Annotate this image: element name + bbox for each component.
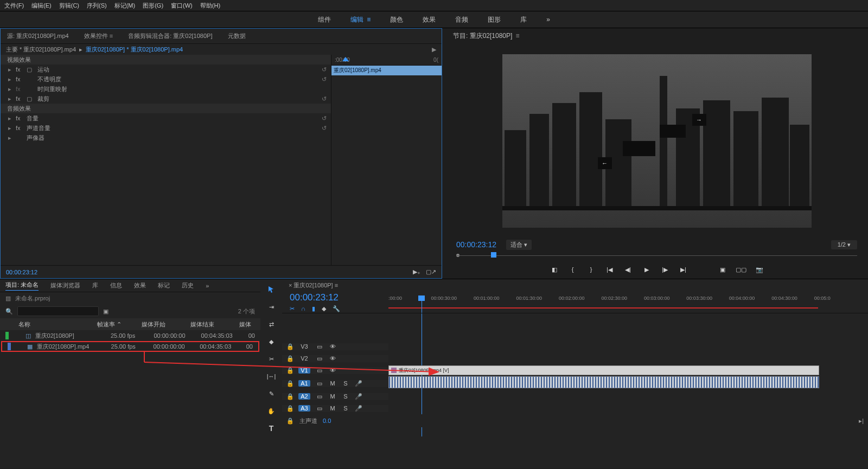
menu-window[interactable]: 窗口(W) xyxy=(171,2,193,10)
voice-over-icon[interactable]: 🎤 xyxy=(355,405,362,412)
tab-project[interactable]: 项目: 未命名 xyxy=(5,281,39,291)
program-timecode[interactable]: 00:00:23:12 xyxy=(456,240,496,249)
toggle-output-icon[interactable]: ▭ xyxy=(316,355,323,362)
settings-icon[interactable]: ◆ xyxy=(322,305,326,312)
workspace-effects[interactable]: 效果 xyxy=(423,15,436,24)
effect-crop[interactable]: ▸fx▢裁剪↺ xyxy=(1,94,331,104)
search-input[interactable] xyxy=(17,306,99,316)
resolution-dropdown[interactable]: 1/2 ▾ xyxy=(831,240,857,249)
marker-icon[interactable]: ▮ xyxy=(312,305,315,312)
rate-stretch-tool-icon[interactable]: ◆ xyxy=(266,337,276,346)
track-a1[interactable]: 🔒A1▭MS🎤 xyxy=(282,376,868,390)
toggle-output-icon[interactable]: ▭ xyxy=(316,343,323,350)
source-timecode[interactable]: 00:00:23:12 xyxy=(6,269,37,275)
tab-audio-mixer[interactable]: 音频剪辑混合器: 重庆02[1080P] xyxy=(128,32,212,40)
workspace-editing[interactable]: 编辑 xyxy=(350,15,371,24)
reset-icon[interactable]: ↺ xyxy=(322,76,327,83)
wrench-icon[interactable]: ▶₊ xyxy=(413,268,420,275)
step-forward-icon[interactable]: |▶ xyxy=(661,265,669,274)
program-tab-label[interactable]: 节目: 重庆02[1080P] xyxy=(453,31,512,41)
toggle-output-icon[interactable]: ▭ xyxy=(316,405,323,412)
workspace-assembly[interactable]: 组件 xyxy=(318,15,331,24)
lock-icon[interactable]: 🔒 xyxy=(286,405,293,412)
mini-timeline[interactable]: :00:00 0( 重庆02[1080P].mp4 xyxy=(331,55,442,265)
ec-path-clip[interactable]: 重庆02[1080P] * 重庆02[1080P].mp4 xyxy=(86,46,183,54)
ripple-edit-tool-icon[interactable]: ⇄ xyxy=(266,319,276,329)
tab-info[interactable]: 信息 xyxy=(110,281,122,290)
project-item-sequence[interactable]: ◫ 重庆02[1080P] 25.00 fps 00:00:00:00 00:0… xyxy=(0,330,260,341)
mark-in-icon[interactable]: ◧ xyxy=(550,265,559,274)
solo-toggle[interactable]: S xyxy=(342,405,349,412)
mute-toggle[interactable]: M xyxy=(329,380,336,387)
toggle-output-icon[interactable]: ▭ xyxy=(316,367,323,374)
lock-icon[interactable]: 🔒 xyxy=(286,380,293,387)
toggle-output-icon[interactable]: ▭ xyxy=(316,393,323,400)
voice-over-icon[interactable]: 🎤 xyxy=(355,393,362,400)
lift-icon[interactable]: ▣ xyxy=(718,265,727,274)
workspace-audio[interactable]: 音频 xyxy=(455,15,468,24)
project-item-clip[interactable]: ▦ 重庆02[1080P].mp4 25.00 fps 00:00:00:00 … xyxy=(1,341,259,352)
go-to-out-icon[interactable]: ▶| xyxy=(679,265,688,274)
mini-play-icon[interactable]: ▶ xyxy=(432,46,436,53)
lock-icon[interactable]: 🔒 xyxy=(286,343,293,350)
selection-tool-icon[interactable] xyxy=(266,285,276,294)
reset-icon[interactable]: ↺ xyxy=(322,125,327,132)
menu-sequence[interactable]: 序列(S) xyxy=(87,2,107,10)
eye-icon[interactable]: 👁 xyxy=(329,355,336,362)
lock-icon[interactable]: 🔒 xyxy=(286,393,293,400)
program-screen[interactable]: → ← xyxy=(502,54,812,228)
effect-volume[interactable]: ▸fx音量↺ xyxy=(1,113,331,123)
step-back-icon[interactable]: ◀| xyxy=(624,265,633,274)
timeline-ruler[interactable]: :00:00 00:00:30:00 00:01:00:00 00:01:30:… xyxy=(388,295,861,309)
add-marker-icon[interactable]: { xyxy=(569,265,577,274)
mute-toggle[interactable]: M xyxy=(329,405,336,412)
col-media-dur[interactable]: 媒体 xyxy=(239,320,251,329)
extract-icon[interactable]: ▢▢ xyxy=(737,265,745,274)
menu-help[interactable]: 帮助(H) xyxy=(200,2,220,10)
timeline-timecode[interactable]: 00:00:23:12 xyxy=(290,292,339,303)
export-frame-icon[interactable]: 📷 xyxy=(755,265,764,274)
menu-marker[interactable]: 标记(M) xyxy=(114,2,136,10)
menu-graphic[interactable]: 图形(G) xyxy=(143,2,163,10)
program-ruler[interactable] xyxy=(450,250,864,260)
track-select-tool-icon[interactable]: ⇥ xyxy=(266,302,276,312)
tab-effects-panel[interactable]: 效果 xyxy=(134,281,146,290)
timeline-tab[interactable]: × 重庆02[1080P] ≡ xyxy=(289,281,338,290)
col-media-end[interactable]: 媒体结束 xyxy=(190,320,237,329)
reset-icon[interactable]: ↺ xyxy=(322,66,327,73)
tab-source[interactable]: 源: 重庆02[1080P].mp4 xyxy=(7,32,69,40)
track-v1[interactable]: 🔒V1▭👁 重庆02[1080P].mp4 [V] xyxy=(282,364,868,376)
workspace-libraries[interactable]: 库 xyxy=(520,15,527,24)
lock-icon[interactable]: 🔒 xyxy=(286,417,294,425)
program-playhead[interactable] xyxy=(491,252,496,258)
go-to-in-icon[interactable]: |◀ xyxy=(605,265,614,274)
linked-selection-icon[interactable]: ∩ xyxy=(301,305,305,312)
lock-icon[interactable]: 🔒 xyxy=(286,367,293,374)
type-tool-icon[interactable]: T xyxy=(266,423,276,433)
hand-tool-icon[interactable]: ✋ xyxy=(266,406,276,416)
workspace-graphics[interactable]: 图形 xyxy=(488,15,501,24)
mute-toggle[interactable]: M xyxy=(329,393,336,400)
audio-clip[interactable] xyxy=(388,376,819,388)
snap-icon[interactable]: ✂ xyxy=(290,305,295,312)
track-a3[interactable]: 🔒A3▭MS🎤 xyxy=(282,402,868,414)
camera-icon[interactable]: ▣ xyxy=(103,308,108,315)
wrench-icon[interactable]: 🔧 xyxy=(333,305,340,312)
razor-tool-icon[interactable]: ✂ xyxy=(266,354,276,364)
fit-dropdown[interactable]: 适合 ▾ xyxy=(506,240,532,250)
col-framerate[interactable]: 帧速率 ⌃ xyxy=(97,320,139,329)
mini-clip[interactable]: 重庆02[1080P].mp4 xyxy=(331,66,442,75)
tabs-overflow[interactable]: » xyxy=(206,282,209,289)
bin-icon[interactable]: ▥ xyxy=(5,295,11,302)
add-marker-out-icon[interactable]: } xyxy=(587,265,596,274)
effect-channel-volume[interactable]: ▸fx声道音量↺ xyxy=(1,123,331,133)
eye-icon[interactable]: 👁 xyxy=(329,343,336,350)
effect-panner[interactable]: ▸声像器 xyxy=(1,133,331,143)
track-v2[interactable]: 🔒V2▭👁 xyxy=(282,352,868,364)
col-media-start[interactable]: 媒体开始 xyxy=(142,320,188,329)
video-clip[interactable]: 重庆02[1080P].mp4 [V] xyxy=(388,365,819,375)
tab-metadata[interactable]: 元数据 xyxy=(228,32,246,40)
lock-icon[interactable]: 🔒 xyxy=(286,355,293,362)
menu-edit[interactable]: 编辑(E) xyxy=(31,2,52,10)
reset-icon[interactable]: ↺ xyxy=(322,115,327,122)
